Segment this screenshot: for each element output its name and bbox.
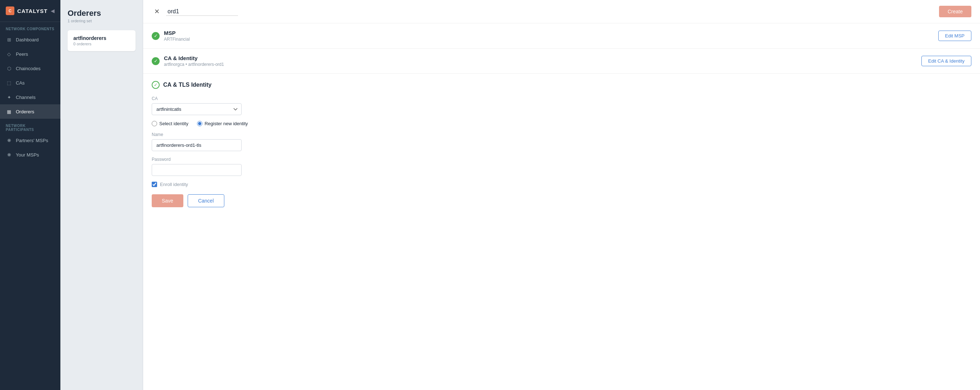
- content: Orderers 1 ordering set artfinorderers 0…: [60, 0, 980, 390]
- app-name: CATALYST: [17, 8, 48, 14]
- ca-identity-info: CA & Identity artfinorgca • artfinordere…: [164, 55, 917, 67]
- dashboard-icon: ⊞: [6, 36, 12, 43]
- sidebar-item-label: Orderers: [16, 109, 34, 114]
- sidebar-item-cas[interactable]: ⬚ CAs: [0, 75, 60, 90]
- ca-identity-check: ✓: [152, 57, 160, 65]
- orderer-card-sub: 0 orderers: [73, 42, 130, 46]
- sidebar-item-chaincodes[interactable]: ⬡ Chaincodes: [0, 61, 60, 75]
- enroll-checkbox[interactable]: [152, 182, 157, 187]
- orderer-card-name: artfinorderers: [73, 35, 130, 41]
- topbar: ✕ Create: [143, 0, 980, 23]
- sidebar-item-dashboard[interactable]: ⊞ Dashboard: [0, 32, 60, 47]
- identity-radio-group: Select identity Register new identity: [152, 121, 971, 126]
- edit-msp-button[interactable]: Edit MSP: [938, 30, 971, 41]
- ca-label: CA: [152, 96, 971, 101]
- edit-ca-identity-button[interactable]: Edit CA & Identity: [921, 56, 971, 66]
- create-button[interactable]: Create: [939, 6, 971, 17]
- msp-title: MSP: [164, 30, 934, 36]
- tls-header: ✓ CA & TLS Identity: [152, 81, 971, 89]
- form-panel: ✕ Create ✓ MSP ARTFinancial Edit MSP ✓ C…: [143, 0, 980, 390]
- cas-icon: ⬚: [6, 80, 12, 86]
- register-identity-radio-label[interactable]: Register new identity: [197, 121, 248, 126]
- password-input[interactable]: [152, 164, 242, 176]
- sidebar-item-partners-msps[interactable]: ❋ Partners' MSPs: [0, 133, 60, 147]
- ca-identity-sub: artfinorgca • artfinorderers-ord1: [164, 62, 917, 67]
- sidebar-item-label: Your MSPs: [16, 152, 39, 158]
- network-participants-label: Network participants: [0, 119, 60, 133]
- orderer-card[interactable]: artfinorderers 0 orderers: [68, 30, 135, 51]
- your-msps-icon: ❋: [6, 152, 12, 158]
- tls-title: CA & TLS Identity: [163, 82, 212, 88]
- logo-icon: C: [6, 6, 14, 15]
- sidebar-logo: C CATALYST ◀: [0, 0, 60, 22]
- select-identity-radio-label[interactable]: Select identity: [152, 121, 188, 126]
- register-identity-label: Register new identity: [205, 121, 248, 126]
- ca-select[interactable]: artfinintcatls: [152, 103, 242, 115]
- name-input[interactable]: [152, 139, 242, 151]
- channels-icon: ✦: [6, 94, 12, 101]
- msp-info: MSP ARTFinancial: [164, 30, 934, 42]
- chaincodes-icon: ⬡: [6, 65, 12, 72]
- password-label: Password: [152, 157, 971, 162]
- peers-icon: ◇: [6, 51, 12, 57]
- password-form-group: Password: [152, 157, 971, 176]
- orderers-title: Orderers: [68, 9, 135, 18]
- msp-check: ✓: [152, 32, 160, 40]
- sidebar-item-label: Channels: [16, 94, 36, 100]
- select-identity-radio[interactable]: [152, 121, 157, 126]
- sidebar: C CATALYST ◀ Network components ⊞ Dashbo…: [0, 0, 60, 390]
- orderers-icon: ▦: [6, 108, 12, 115]
- sidebar-item-label: Peers: [16, 51, 28, 57]
- form-actions: Save Cancel: [152, 194, 971, 207]
- network-components-label: Network components: [0, 22, 60, 32]
- save-button[interactable]: Save: [152, 194, 183, 207]
- sidebar-item-orderers[interactable]: ▦ Orderers: [0, 104, 60, 119]
- close-button[interactable]: ✕: [152, 6, 162, 16]
- sidebar-item-peers[interactable]: ◇ Peers: [0, 47, 60, 61]
- ca-identity-section-row: ✓ CA & Identity artfinorgca • artfinorde…: [143, 49, 980, 74]
- msp-sub: ARTFinancial: [164, 37, 934, 42]
- main: Orderers 1 ordering set artfinorderers 0…: [60, 0, 980, 390]
- enroll-checkbox-label[interactable]: Enroll identity: [152, 182, 971, 187]
- ca-form-group: CA artfinintcatls: [152, 96, 971, 115]
- enroll-label: Enroll identity: [160, 182, 188, 187]
- cancel-button[interactable]: Cancel: [188, 194, 224, 207]
- sidebar-item-label: Chaincodes: [16, 66, 41, 71]
- name-form-group: Name: [152, 132, 971, 151]
- collapse-icon[interactable]: ◀: [51, 8, 55, 14]
- sidebar-item-label: CAs: [16, 80, 25, 86]
- select-identity-label: Select identity: [159, 121, 188, 126]
- sidebar-item-channels[interactable]: ✦ Channels: [0, 90, 60, 104]
- ca-identity-title: CA & Identity: [164, 55, 917, 61]
- sidebar-item-label: Partners' MSPs: [16, 138, 48, 143]
- msp-section-row: ✓ MSP ARTFinancial Edit MSP: [143, 23, 980, 49]
- tls-check-circle: ✓: [152, 81, 160, 89]
- partners-msps-icon: ❋: [6, 137, 12, 144]
- tls-section: ✓ CA & TLS Identity CA artfinintcatls Se…: [143, 74, 980, 217]
- sidebar-item-your-msps[interactable]: ❋ Your MSPs: [0, 147, 60, 162]
- name-label: Name: [152, 132, 971, 137]
- sidebar-item-label: Dashboard: [16, 37, 39, 42]
- orderer-name-input[interactable]: [166, 8, 238, 16]
- orderers-subtitle: 1 ordering set: [68, 19, 135, 23]
- register-identity-radio[interactable]: [197, 121, 202, 126]
- orderers-panel: Orderers 1 ordering set artfinorderers 0…: [60, 0, 143, 390]
